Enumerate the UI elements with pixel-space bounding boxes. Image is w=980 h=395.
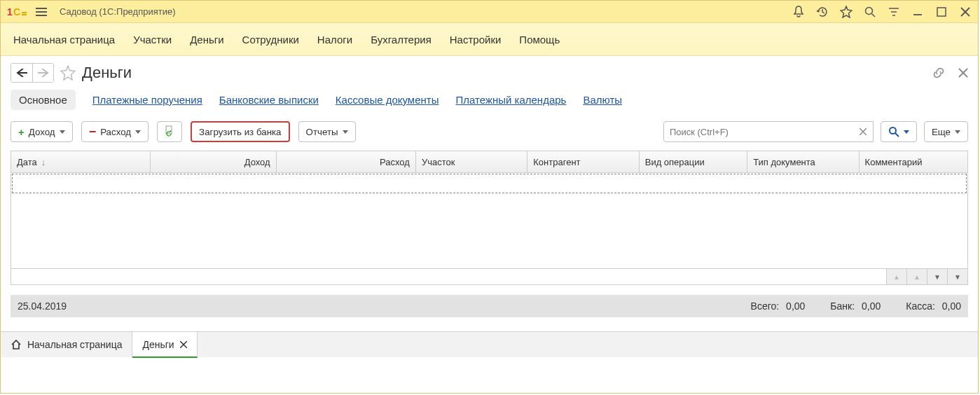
- column-header[interactable]: Расход: [277, 151, 416, 172]
- page-close-icon[interactable]: [958, 68, 968, 78]
- svg-line-8: [872, 13, 876, 17]
- menu-item-plots[interactable]: Участки: [133, 34, 172, 46]
- column-header-label: Контрагент: [533, 157, 580, 167]
- star-icon[interactable]: [839, 5, 853, 19]
- minimize-icon[interactable]: [911, 5, 925, 19]
- tab-home[interactable]: Начальная страница: [1, 332, 132, 357]
- plus-icon: +: [18, 126, 25, 138]
- history-icon[interactable]: [815, 5, 829, 19]
- chevron-down-icon: [904, 130, 909, 134]
- page-header: Деньги: [1, 56, 978, 85]
- status-total-label: Всего:: [751, 300, 780, 312]
- expense-button-label: Расход: [100, 127, 131, 137]
- app-title: Садовод (1С:Предприятие): [60, 6, 176, 17]
- section-tabs: Основное Платежные поручения Банковские …: [1, 85, 978, 117]
- magnifier-icon: [888, 126, 899, 137]
- menu-item-taxes[interactable]: Налоги: [317, 34, 352, 46]
- filter-icon[interactable]: [887, 5, 901, 19]
- column-header[interactable]: Комментарий: [860, 151, 967, 172]
- section-tab-cash-documents[interactable]: Кассовые документы: [336, 94, 439, 106]
- section-tab-payment-orders[interactable]: Платежные поручения: [92, 94, 202, 106]
- reports-button-label: Отчеты: [306, 127, 338, 137]
- status-bank-value: 0,00: [862, 300, 881, 312]
- section-tab-payment-calendar[interactable]: Платежный календарь: [455, 94, 566, 106]
- sort-arrow-icon: ↓: [41, 157, 46, 167]
- column-header-label: Доход: [244, 157, 270, 167]
- expense-button[interactable]: − Расход: [81, 121, 149, 142]
- search-button[interactable]: [881, 121, 917, 142]
- close-icon[interactable]: [958, 5, 972, 19]
- tab-close-icon[interactable]: [180, 341, 187, 348]
- clear-search-icon[interactable]: [857, 121, 869, 142]
- menu-item-home[interactable]: Начальная страница: [13, 34, 115, 46]
- income-button-label: Доход: [29, 127, 55, 137]
- section-tab-currencies[interactable]: Валюты: [583, 94, 622, 106]
- main-menu-icon[interactable]: [33, 1, 50, 23]
- nav-back-button[interactable]: [11, 64, 32, 82]
- menu-item-staff[interactable]: Сотрудники: [242, 34, 299, 46]
- svg-point-21: [890, 127, 896, 134]
- logo-1c: 1C: [6, 5, 29, 19]
- status-cash-label: Касса:: [906, 300, 935, 312]
- bell-icon[interactable]: [792, 5, 806, 19]
- home-icon: [11, 340, 22, 349]
- svg-rect-2: [22, 12, 27, 13]
- tab-home-label: Начальная страница: [27, 339, 122, 350]
- favorite-star-icon[interactable]: [60, 64, 76, 81]
- window-tabs: Начальная страница Деньги: [1, 331, 978, 357]
- column-header[interactable]: Тип документа: [747, 151, 859, 172]
- chevron-down-icon: [60, 130, 65, 134]
- column-header[interactable]: Доход: [151, 151, 276, 172]
- svg-rect-4: [36, 8, 47, 9]
- tab-money-label: Деньги: [142, 339, 174, 350]
- column-header-label: Участок: [422, 157, 455, 167]
- svg-point-7: [866, 7, 873, 14]
- link-icon[interactable]: [932, 66, 946, 80]
- scroll-first-icon[interactable]: ▲: [886, 269, 906, 284]
- status-total-value: 0,00: [786, 300, 805, 312]
- tab-money[interactable]: Деньги: [132, 332, 197, 358]
- chevron-down-icon: [955, 130, 960, 134]
- chevron-down-icon: [135, 130, 141, 134]
- status-cash-value: 0,00: [942, 300, 961, 312]
- column-header-label: Вид операции: [645, 157, 705, 167]
- section-tab-main[interactable]: Основное: [11, 90, 76, 110]
- svg-text:1: 1: [7, 6, 13, 18]
- scroll-down-icon[interactable]: ▼: [927, 269, 947, 284]
- page-title: Деньги: [82, 64, 132, 82]
- load-from-bank-button[interactable]: Загрузить из банка: [191, 121, 289, 142]
- column-header[interactable]: Дата↓: [11, 151, 151, 172]
- more-button[interactable]: Еще: [924, 121, 968, 142]
- scroll-up-icon[interactable]: ▲: [906, 269, 927, 284]
- column-header[interactable]: Вид операции: [640, 151, 747, 172]
- titlebar: 1C Садовод (1С:Предприятие): [1, 1, 978, 23]
- column-header-label: Комментарий: [865, 157, 923, 167]
- menu-item-accounting[interactable]: Бухгалтерия: [371, 34, 432, 46]
- menu-item-money[interactable]: Деньги: [190, 34, 223, 46]
- nav-history: [11, 63, 54, 83]
- column-header-label: Расход: [380, 157, 410, 167]
- status-date: 25.04.2019: [18, 300, 67, 312]
- column-header[interactable]: Контрагент: [527, 151, 639, 172]
- svg-text:C: C: [13, 6, 20, 18]
- svg-line-22: [895, 133, 899, 137]
- search-icon[interactable]: [863, 5, 877, 19]
- reports-button[interactable]: Отчеты: [298, 121, 356, 142]
- menu-item-help[interactable]: Помощь: [519, 34, 560, 46]
- svg-rect-5: [36, 11, 47, 13]
- menu-item-settings[interactable]: Настройки: [450, 34, 502, 46]
- svg-rect-6: [36, 15, 47, 16]
- empty-row[interactable]: [12, 174, 967, 193]
- scroll-last-icon[interactable]: ▼: [947, 269, 967, 284]
- section-tab-bank-statements[interactable]: Банковские выписки: [219, 94, 319, 106]
- search-input[interactable]: [663, 121, 874, 142]
- main-menu: Начальная страница Участки Деньги Сотруд…: [1, 23, 978, 56]
- status-bar: 25.04.2019 Всего: 0,00 Банк: 0,00 Касса:…: [11, 295, 968, 317]
- column-header[interactable]: Участок: [416, 151, 527, 172]
- svg-rect-13: [937, 8, 946, 16]
- refresh-button[interactable]: [157, 121, 182, 142]
- maximize-icon[interactable]: [934, 5, 948, 19]
- column-header-label: Тип документа: [753, 157, 815, 167]
- nav-forward-button[interactable]: [32, 64, 53, 82]
- income-button[interactable]: + Доход: [11, 121, 73, 142]
